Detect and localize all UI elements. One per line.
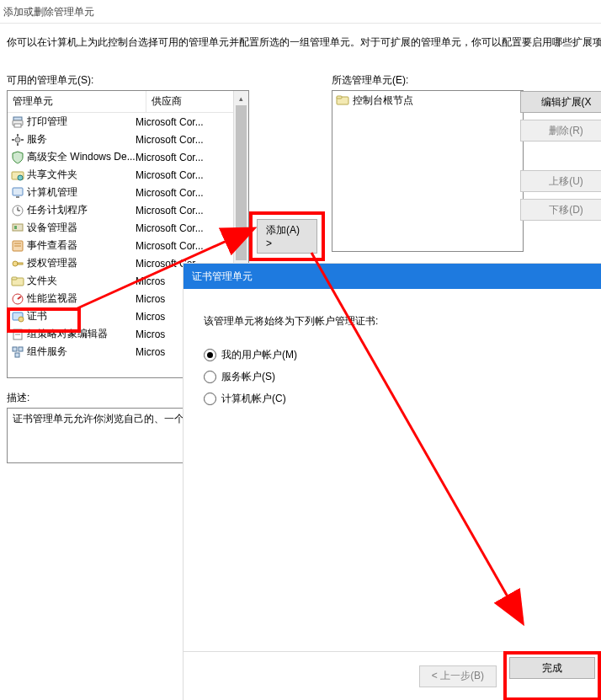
list-item-vendor: Microsoft Cor... (136, 205, 248, 216)
svg-rect-10 (13, 188, 23, 195)
printer-icon (11, 115, 24, 129)
account-option[interactable]: 计算机帐户(C) (204, 387, 584, 409)
back-button: < 上一步(B) (419, 665, 497, 687)
svg-rect-2 (14, 124, 21, 127)
list-item-name: 文件夹 (27, 274, 136, 288)
svg-rect-0 (13, 117, 22, 120)
list-item-name: 任务计划程序 (27, 203, 136, 217)
svg-rect-31 (13, 347, 17, 351)
col-snapin[interactable]: 管理单元 (8, 91, 146, 112)
list-item[interactable]: 设备管理器Microsoft Cor... (8, 219, 248, 237)
cert-icon (11, 310, 24, 323)
account-option[interactable]: 我的用户帐户(M) (204, 344, 584, 366)
list-item[interactable]: 共享文件夹Microsoft Cor... (8, 166, 248, 184)
list-item-vendor: Microsoft Cor... (136, 169, 248, 181)
move-down-button: 下移(D) (520, 199, 601, 221)
svg-rect-35 (337, 96, 342, 99)
key-icon (11, 257, 24, 270)
available-label: 可用的管理单元(S): (7, 73, 249, 88)
selected-label: 所选管理单元(E): (332, 73, 601, 88)
remove-button: 删除(R) (520, 120, 601, 142)
radio-label: 我的用户帐户(M) (221, 348, 297, 362)
list-item-name: 高级安全 Windows De... (27, 150, 136, 164)
svg-rect-11 (16, 196, 19, 198)
cert-snapin-dialog: 证书管理单元 该管理单元将始终为下列帐户管理证书: 我的用户帐户(M)服务帐户(… (183, 263, 601, 700)
svg-rect-33 (15, 353, 19, 357)
list-item-vendor: Microsoft Cor... (136, 240, 248, 252)
list-item-vendor: Microsoft Cor... (136, 134, 248, 146)
edit-extensions-button[interactable]: 编辑扩展(X (520, 91, 601, 113)
list-item-vendor: Microsoft Cor... (136, 222, 248, 234)
radio-icon[interactable] (204, 349, 216, 361)
list-item[interactable]: 服务Microsoft Cor... (8, 131, 248, 148)
tree-root-item[interactable]: 控制台根节点 (334, 93, 521, 108)
svg-point-27 (19, 317, 24, 322)
list-item-name: 打印管理 (27, 115, 136, 129)
scroll-thumb[interactable] (236, 105, 247, 260)
svg-rect-32 (19, 347, 23, 351)
list-item-vendor: Microsoft Cor... (136, 187, 248, 199)
list-item[interactable]: 打印管理Microsoft Cor... (8, 113, 248, 131)
svg-point-20 (13, 261, 18, 266)
list-item-name: 组策略对象编辑器 (27, 327, 136, 341)
list-item-name: 证书 (27, 309, 136, 323)
dialog-intro: 你可以在计算机上为此控制台选择可用的管理单元并配置所选的一组管理单元。对于可扩展… (0, 24, 601, 50)
list-item-vendor: Microsoft Cor... (136, 116, 248, 128)
list-item-name: 事件查看器 (27, 238, 136, 253)
account-option[interactable]: 服务帐户(S) (204, 366, 584, 387)
list-item-name: 服务 (27, 132, 136, 147)
svg-rect-23 (12, 277, 17, 280)
radio-label: 服务帐户(S) (221, 370, 275, 384)
clock-icon (11, 204, 24, 217)
folder-icon (11, 275, 24, 288)
svg-rect-16 (14, 226, 17, 229)
add-button-highlight: 添加(A) > (249, 211, 325, 261)
folder-icon (336, 94, 349, 107)
folder-share-icon (11, 168, 24, 182)
selected-tree[interactable]: 控制台根节点 (332, 90, 524, 252)
monitor-icon (11, 186, 24, 200)
cert-dialog-title: 证书管理单元 (183, 264, 601, 289)
event-icon (11, 239, 24, 253)
radio-icon[interactable] (204, 371, 216, 383)
tree-root-label: 控制台根节点 (353, 94, 413, 108)
list-item-vendor: Microsoft Cor... (136, 152, 248, 163)
svg-rect-21 (18, 263, 23, 265)
perf-icon (11, 292, 24, 306)
list-item[interactable]: 事件查看器Microsoft Cor... (8, 237, 248, 254)
list-item[interactable]: 任务计划程序Microsoft Cor... (8, 201, 248, 219)
move-up-button: 上移(U) (520, 170, 601, 192)
list-header: 管理单元 供应商 (8, 91, 248, 113)
scroll-up-button[interactable]: ▴ (234, 91, 248, 105)
list-item-name: 设备管理器 (27, 221, 136, 235)
radio-icon[interactable] (204, 393, 216, 405)
shield-icon (11, 151, 24, 164)
list-item-name: 性能监视器 (27, 291, 136, 306)
finish-button[interactable]: 完成 (509, 657, 595, 679)
list-item[interactable]: 高级安全 Windows De...Microsoft Cor... (8, 148, 248, 166)
radio-label: 计算机帐户(C) (221, 392, 286, 406)
list-item-name: 授权管理器 (27, 256, 136, 270)
svg-point-9 (18, 175, 23, 180)
component-icon (11, 345, 24, 359)
dialog-title: 添加或删除管理单元 (0, 0, 601, 23)
cert-dialog-footer: < 上一步(B) 完成 (183, 651, 601, 700)
finish-button-highlight: 完成 (503, 651, 601, 700)
policy-icon (11, 328, 24, 341)
list-item-name: 共享文件夹 (27, 168, 136, 182)
cert-dialog-prompt: 该管理单元将始终为下列帐户管理证书: (204, 314, 584, 329)
gear-icon (11, 133, 24, 147)
add-button[interactable]: 添加(A) > (257, 219, 317, 254)
side-buttons: 编辑扩展(X 删除(R) 上移(U) 下移(D) (520, 91, 601, 221)
svg-point-3 (15, 137, 20, 142)
svg-rect-15 (13, 224, 23, 231)
list-item-name: 计算机管理 (27, 185, 136, 200)
list-item-name: 组件服务 (27, 345, 136, 359)
device-icon (11, 222, 24, 235)
list-item[interactable]: 计算机管理Microsoft Cor... (8, 184, 248, 201)
